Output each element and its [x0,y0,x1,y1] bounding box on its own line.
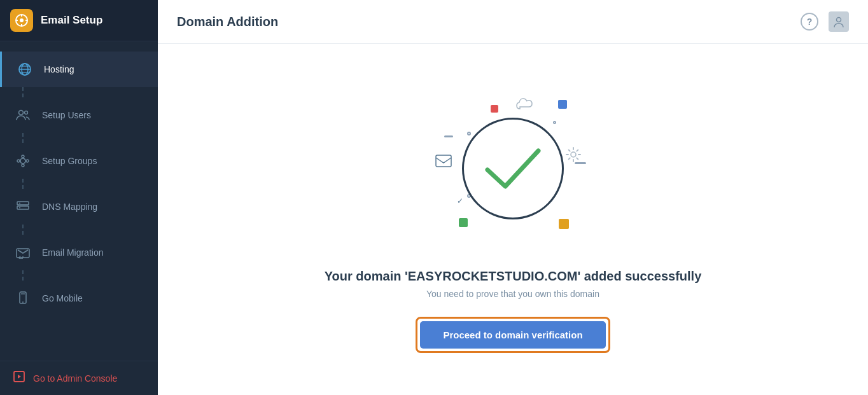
sidebar-nav: Hosting Setup Users [0,41,158,361]
page-title: Domain Addition [177,15,278,29]
yellow-square-deco [559,219,569,229]
svg-point-21 [19,207,20,209]
svg-rect-29 [436,155,451,167]
main-content: ✓ Your domain 'EASYROCKETSTUDIO.COM' add… [158,44,868,395]
svg-point-14 [22,155,24,158]
svg-point-20 [19,203,20,204]
connector-4 [0,225,158,235]
svg-point-13 [20,158,25,163]
sidebar-item-label: Hosting [44,64,74,74]
go-mobile-icon [13,288,33,308]
connector-2 [0,133,158,143]
email-deco-icon [435,155,452,170]
header-actions: ? [801,11,849,32]
dot-deco-1 [467,132,471,135]
sidebar-item-dns-mapping[interactable]: DNS Mapping [0,189,158,225]
sidebar: Email Setup Hosting [0,0,158,395]
svg-point-16 [17,160,20,162]
red-square-deco [491,105,498,113]
main-area: Domain Addition ? [158,0,868,395]
help-icon[interactable]: ? [801,13,818,31]
blue-square-deco [558,100,567,109]
admin-console-icon [13,370,25,386]
dns-mapping-icon [13,197,33,217]
sidebar-item-hosting[interactable]: Hosting [0,52,158,87]
sidebar-item-setup-groups[interactable]: Setup Groups [0,143,158,179]
dash-deco-1 [575,162,586,164]
success-circle [462,118,564,219]
sidebar-item-label: Setup Groups [42,156,97,166]
svg-point-28 [571,152,576,157]
svg-point-11 [19,111,24,115]
sidebar-item-go-mobile[interactable]: Go Mobile [0,281,158,316]
sidebar-item-setup-users[interactable]: Setup Users [0,97,158,133]
app-logo-icon [10,9,33,32]
email-migration-icon [13,242,33,263]
hosting-icon [15,59,35,80]
success-sub-text: You need to prove that you own this doma… [325,289,702,299]
page-header: Domain Addition ? [158,0,868,44]
sidebar-item-email-migration[interactable]: Email Migration [0,235,158,270]
connector-5 [0,270,158,281]
sidebar-item-label: Email Migration [42,247,103,258]
sidebar-item-label: Go Mobile [42,293,83,303]
connector-3 [0,179,158,189]
svg-point-17 [22,164,24,167]
sidebar-header: Email Setup [0,0,158,41]
connector-1 [0,87,158,97]
success-main-text: Your domain 'EASYROCKETSTUDIO.COM' added… [325,269,702,284]
setup-groups-icon [13,151,33,171]
dot-deco-3 [553,121,556,124]
user-avatar[interactable] [829,11,849,32]
svg-rect-19 [17,206,29,209]
proceed-to-verification-button[interactable]: Proceed to domain verification [420,321,605,349]
cloud-icon [516,97,536,114]
svg-rect-18 [17,202,29,205]
svg-point-27 [837,18,841,22]
success-text-block: Your domain 'EASYROCKETSTUDIO.COM' added… [325,269,702,299]
svg-point-24 [22,301,24,303]
green-square-deco [459,218,468,227]
svg-point-15 [26,160,29,162]
sidebar-item-label: Setup Users [42,110,91,120]
small-check-deco: ✓ [457,197,463,205]
proceed-button-wrapper: Proceed to domain verification [416,317,610,353]
setup-users-icon [13,105,33,125]
svg-point-12 [25,111,28,114]
admin-console-link[interactable]: Go to Admin Console [0,361,158,395]
svg-point-1 [20,18,24,22]
checkmark-icon [481,143,545,194]
sidebar-item-label: DNS Mapping [42,202,97,212]
dash-deco-2 [444,135,453,137]
success-illustration: ✓ [424,86,602,251]
app-title: Email Setup [41,14,102,27]
admin-console-label: Go to Admin Console [33,373,117,384]
